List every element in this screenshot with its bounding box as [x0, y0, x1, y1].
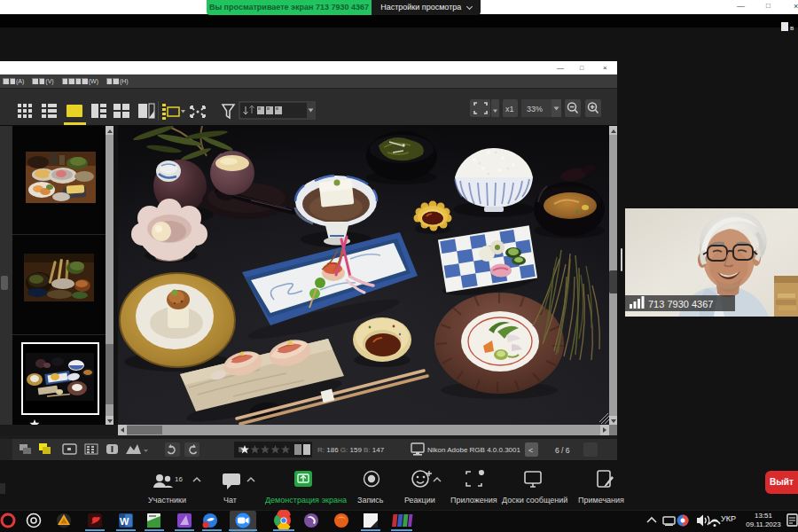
- svg-text:Чат: Чат: [223, 496, 237, 505]
- svg-text:16: 16: [175, 475, 183, 483]
- svg-text:6 / 6: 6 / 6: [555, 446, 570, 455]
- svg-text:Участники: Участники: [148, 496, 186, 505]
- svg-text:Приложения: Приложения: [450, 496, 497, 505]
- svg-text:713 7930 4367: 713 7930 4367: [648, 299, 713, 309]
- svg-text:Доски сообщений: Доски сообщений: [502, 496, 567, 505]
- svg-text:Nikon Adobe RGB 4.0.0.3001: Nikon Adobe RGB 4.0.0.3001: [427, 446, 521, 454]
- svg-text:W: W: [120, 516, 129, 527]
- svg-text:x1: x1: [505, 105, 514, 113]
- svg-text:Примечания: Примечания: [578, 496, 624, 505]
- svg-text:33%: 33%: [527, 105, 543, 113]
- svg-text:Демонстрация экрана: Демонстрация экрана: [265, 496, 347, 505]
- svg-text:R: 186 G: 159 B: 147: R: 186 G: 159 B: 147: [317, 446, 385, 454]
- svg-text:<: <: [528, 446, 533, 455]
- svg-text:Запись: Запись: [357, 496, 384, 505]
- svg-text:Реакции: Реакции: [404, 496, 435, 505]
